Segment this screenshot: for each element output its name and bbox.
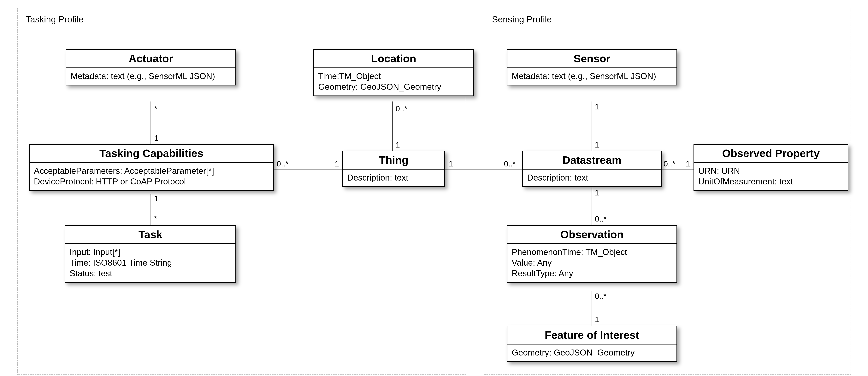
class-observation-title: Observation (507, 226, 677, 244)
mult-sensor-bottom: 1 (595, 102, 599, 111)
class-actuator-attrs: Metadata: text (e.g., SensorML JSON) (66, 68, 236, 85)
class-datastream-attrs: Description: text (523, 170, 661, 186)
class-sensor-title: Sensor (507, 50, 677, 68)
mult-actuator-bottom: * (154, 104, 157, 113)
mult-thing-left: 1 (335, 160, 339, 168)
class-actuator-title: Actuator (66, 50, 236, 68)
class-observed-property-title: Observed Property (694, 145, 848, 163)
class-feature-of-interest: Feature of Interest Geometry: GeoJSON_Ge… (507, 326, 677, 362)
mult-tc-right: 0..* (277, 160, 288, 168)
class-task: Task Input: Input[*] Time: ISO8601 Time … (65, 225, 236, 283)
class-location-attrs: Time:TM_Object Geometry: GeoJSON_Geometr… (314, 68, 473, 96)
sensing-profile-label: Sensing Profile (492, 14, 552, 25)
class-sensor: Sensor Metadata: text (e.g., SensorML JS… (507, 49, 677, 86)
class-observed-property: Observed Property URN: URN UnitOfMeasure… (693, 144, 848, 191)
class-tasking-capabilities: Tasking Capabilities AcceptableParameter… (29, 144, 274, 191)
class-task-title: Task (65, 226, 236, 244)
class-sensor-attrs: Metadata: text (e.g., SensorML JSON) (507, 68, 677, 85)
mult-thing-right: 1 (449, 160, 453, 168)
mult-ds-left: 0..* (504, 160, 516, 168)
mult-obs-top: 0..* (595, 214, 607, 223)
class-datastream: Datastream Description: text (522, 151, 661, 187)
diagram-canvas: Tasking Profile Sensing Profile (0, 0, 868, 376)
class-observation-attrs: PhenomenonTime: TM_Object Value: Any Res… (507, 244, 677, 282)
mult-task-top: * (154, 214, 157, 223)
class-actuator: Actuator Metadata: text (e.g., SensorML … (66, 49, 236, 86)
mult-op-left: 1 (686, 160, 690, 168)
mult-obs-bottom: 0..* (595, 292, 607, 301)
class-tasking-capabilities-title: Tasking Capabilities (30, 145, 273, 163)
class-thing-attrs: Description: text (343, 170, 444, 186)
mult-ds-right: 0..* (663, 160, 675, 168)
mult-ds-bottom: 1 (595, 189, 599, 197)
class-observation: Observation PhenomenonTime: TM_Object Va… (507, 225, 677, 283)
class-feature-title: Feature of Interest (507, 326, 677, 344)
class-location-title: Location (314, 50, 473, 68)
mult-tc-top: 1 (154, 134, 158, 142)
mult-thing-top: 1 (396, 141, 400, 149)
class-task-attrs: Input: Input[*] Time: ISO8601 Time Strin… (65, 244, 236, 282)
class-thing-title: Thing (343, 151, 444, 170)
class-tasking-capabilities-attrs: AcceptableParameters: AcceptableParamete… (30, 163, 273, 190)
mult-location-bottom: 0..* (396, 104, 407, 113)
class-thing: Thing Description: text (342, 151, 445, 187)
mult-feature-top: 1 (595, 315, 599, 324)
tasking-profile-label: Tasking Profile (26, 14, 84, 25)
class-feature-attrs: Geometry: GeoJSON_Geometry (507, 344, 677, 361)
class-location: Location Time:TM_Object Geometry: GeoJSO… (313, 49, 474, 96)
mult-tc-bottom: 1 (154, 194, 158, 203)
mult-ds-top: 1 (595, 141, 599, 149)
class-datastream-title: Datastream (523, 151, 661, 170)
class-observed-property-attrs: URN: URN UnitOfMeasurement: text (694, 163, 848, 190)
